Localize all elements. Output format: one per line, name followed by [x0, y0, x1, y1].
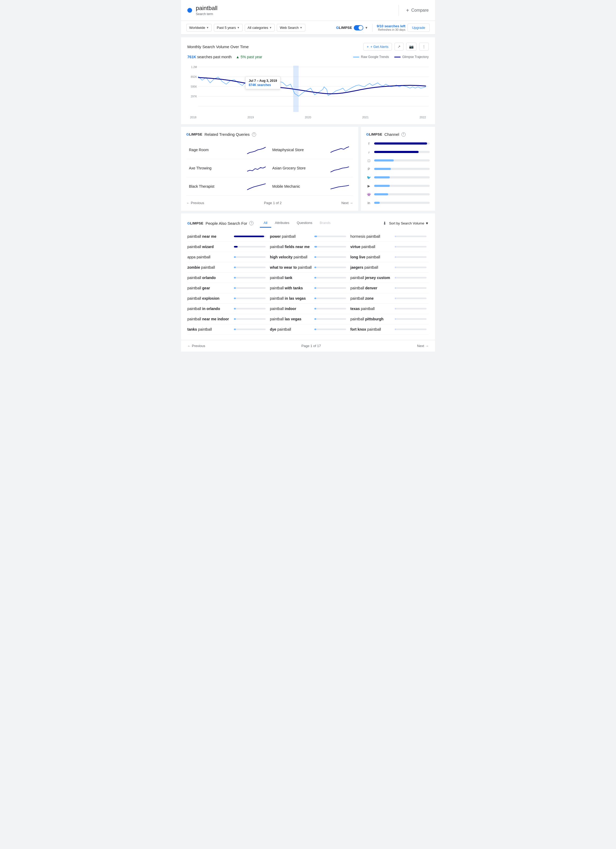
tab-brands: Brands	[316, 219, 334, 228]
search-item[interactable]: hormesis paintball	[348, 231, 429, 242]
channel-help-icon[interactable]: ?	[402, 133, 406, 137]
tab-questions[interactable]: Questions	[293, 219, 316, 228]
search-item[interactable]: zombie paintball	[187, 262, 268, 273]
search-item[interactable]: long live paintball	[348, 252, 429, 262]
external-link-button[interactable]: ↗	[394, 43, 403, 51]
search-item[interactable]: jaegers paintball	[348, 262, 429, 273]
instagram-icon: ◻	[366, 158, 372, 163]
trending-next-button[interactable]: Next →	[341, 201, 353, 205]
search-item[interactable]: paintball explosion	[187, 293, 268, 304]
search-item[interactable]: tanks paintball	[187, 324, 268, 335]
more-options-button[interactable]: ⋮	[419, 43, 429, 51]
search-item[interactable]: paintball near me indoor	[187, 314, 268, 324]
channel-item-reddit: 👾	[366, 192, 430, 197]
search-bar	[395, 246, 427, 247]
search-item[interactable]: paintball zone	[348, 293, 429, 304]
search-item[interactable]: paintball in las vegas	[268, 293, 348, 304]
category-filter[interactable]: All categories ▼	[245, 24, 275, 31]
facebook-icon: f	[366, 141, 372, 146]
trending-item[interactable]: Axe Throwing	[186, 159, 269, 177]
trending-item[interactable]: Mobile Mechanic	[269, 177, 353, 196]
search-item[interactable]: power paintball	[268, 231, 348, 242]
search-keyword: hormesis paintball	[350, 234, 380, 238]
search-keyword: paintball pittsburgh	[350, 317, 384, 321]
pinterest-icon: P	[366, 166, 372, 171]
search-item[interactable]: paintball tank	[268, 273, 348, 283]
trending-item[interactable]: Metaphysical Store	[269, 141, 353, 159]
channel-item-facebook: f	[366, 141, 430, 146]
search-item[interactable]: paintball in orlando	[187, 304, 268, 314]
tiktok-icon: ♪	[366, 149, 372, 155]
search-item[interactable]: what to wear to paintball	[268, 262, 348, 273]
search-item[interactable]: paintball gear	[187, 283, 268, 293]
get-alerts-button[interactable]: + + Get Alerts	[363, 43, 392, 51]
search-item[interactable]: paintball las vegas	[268, 314, 348, 324]
compare-plus-icon: +	[406, 7, 409, 13]
camera-button[interactable]: 📷	[406, 43, 417, 51]
trending-page-label: Page 1 of 2	[264, 201, 282, 205]
search-item[interactable]: paintball with tanks	[268, 283, 348, 293]
search-item[interactable]: paintball denver	[348, 283, 429, 293]
search-keyword: paintball in las vegas	[270, 296, 306, 301]
compare-button[interactable]: + Compare	[399, 7, 429, 13]
search-item[interactable]: appa paintball	[187, 252, 268, 262]
search-keyword: paintball indoor	[270, 307, 296, 311]
search-type-filter[interactable]: Web Search ▼	[277, 24, 305, 31]
search-bar	[314, 277, 346, 279]
search-item[interactable]: texas paintball	[348, 304, 429, 314]
tab-attributes[interactable]: Attributes	[271, 219, 293, 228]
trending-pagination: ← Previous Page 1 of 2 Next →	[186, 198, 353, 205]
searches-stat: 761K searches past month	[187, 55, 232, 59]
trending-name: Metaphysical Store	[272, 148, 304, 152]
category-label: All categories	[248, 26, 268, 30]
search-bar	[395, 267, 427, 268]
raw-trends-legend-line	[353, 57, 359, 57]
search-keyword: paintball near me indoor	[187, 317, 229, 321]
channel-item-instagram: ◻	[366, 158, 430, 163]
bottom-prev-icon: ←	[187, 344, 191, 348]
chart-container[interactable]: 1.2M 892K 595K 297K Jul 7 – Aug 3, 2019 …	[187, 62, 429, 115]
youtube-icon: ▶	[366, 183, 372, 189]
trending-help-icon[interactable]: ?	[252, 133, 256, 137]
search-bar	[234, 235, 266, 237]
search-item[interactable]: paintball near me	[187, 231, 268, 242]
search-items-grid: paintball near me power paintball hormes…	[187, 231, 429, 335]
upgrade-button[interactable]: Upgrade	[408, 24, 430, 32]
download-button[interactable]: ⬇	[383, 221, 386, 226]
trending-prev-button[interactable]: ← Previous	[186, 201, 204, 205]
search-item[interactable]: dye paintball	[268, 324, 348, 335]
search-item[interactable]: fort knox paintball	[348, 324, 429, 335]
time-filter[interactable]: Past 5 years ▼	[214, 24, 243, 31]
sort-dropdown[interactable]: Sort by Search Volume ▼	[389, 221, 429, 225]
glimpse-toggle[interactable]	[354, 25, 363, 30]
channel-item-pinterest: P	[366, 166, 430, 171]
glimpse-logo: GLIMPSE	[336, 26, 352, 30]
search-item[interactable]: paintball orlando	[187, 273, 268, 283]
channel-item-linkedin: in	[366, 200, 430, 206]
search-bar	[395, 277, 427, 279]
channel-title: Channel	[384, 132, 399, 137]
trending-item[interactable]: Rage Room	[186, 141, 269, 159]
also-search-help-icon[interactable]: ?	[249, 221, 253, 225]
search-keyword: high velocity paintball	[270, 255, 308, 259]
search-item[interactable]: paintball fields near me	[268, 242, 348, 252]
trending-sparkline	[329, 181, 350, 192]
bottom-prev-button[interactable]: ← Previous	[187, 344, 205, 348]
location-filter[interactable]: Worldwide ▼	[186, 24, 212, 31]
bottom-next-button[interactable]: Next →	[417, 344, 429, 348]
toggle-caret-icon: ▼	[365, 26, 368, 30]
trending-item[interactable]: Asian Grocery Store	[269, 159, 353, 177]
search-item[interactable]: virtue paintball	[348, 242, 429, 252]
search-item[interactable]: paintball pittsburgh	[348, 314, 429, 324]
search-bar	[395, 329, 427, 330]
trending-item[interactable]: Black Therapist	[186, 177, 269, 196]
search-bar	[395, 235, 427, 237]
search-item[interactable]: paintball wizard	[187, 242, 268, 252]
search-bar	[314, 287, 346, 289]
search-item[interactable]: paintball indoor	[268, 304, 348, 314]
tab-all[interactable]: All	[260, 219, 271, 228]
search-item[interactable]: paintball jersey custom	[348, 273, 429, 283]
chart-section: Monthly Search Volume Over Time + + Get …	[181, 37, 435, 124]
search-bar	[395, 298, 427, 299]
search-item[interactable]: high velocity paintball	[268, 252, 348, 262]
